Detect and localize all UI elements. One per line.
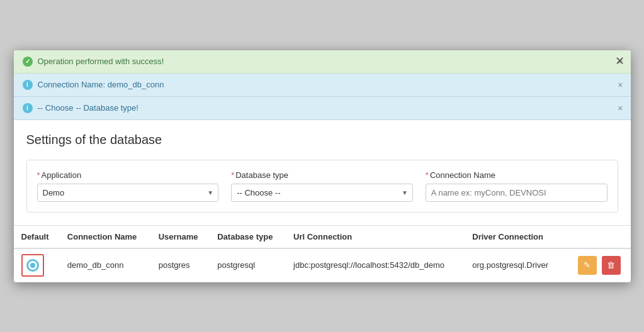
connections-table: Default Connection Name Username Databas… (14, 225, 631, 282)
modal-body: Settings of the database *Application De… (14, 120, 631, 282)
database-type-select-wrapper: -- Choose -- ▼ (231, 184, 413, 202)
database-type-label: *Database type (231, 170, 413, 180)
database-type-select[interactable]: -- Choose -- (231, 184, 413, 202)
alert-info-1-close[interactable]: × (618, 80, 623, 90)
alert-info-2: i -- Choose -- Database type! × (14, 97, 631, 120)
info-icon-2: i (23, 103, 33, 113)
alert-info-1-message: Connection Name: demo_db_conn (38, 80, 164, 89)
connection-name-cell: demo_db_conn (60, 248, 151, 282)
connection-name-input[interactable] (426, 184, 607, 202)
database-type-cell: postgresql (210, 248, 286, 282)
col-driver-connection: Driver Connection (465, 225, 563, 248)
username-cell: postgres (151, 248, 210, 282)
col-default: Default (14, 225, 60, 248)
table-row: demo_db_conn postgres postgresql jdbc:po… (14, 248, 631, 282)
url-connection-cell: jdbc:postgresql://localhost:5432/db_demo (286, 248, 465, 282)
application-label: *Application (37, 170, 219, 180)
alert-success-message: Operation performed with success! (38, 57, 164, 66)
database-type-required-star: * (231, 170, 234, 180)
col-url-connection: Url Connection (286, 225, 465, 248)
connection-name-label: *Connection Name (426, 170, 607, 180)
modal-close-button[interactable]: ✕ (615, 55, 624, 67)
radio-inner (30, 263, 35, 268)
edit-button[interactable]: ✎ (578, 256, 597, 275)
col-database-type: Database type (210, 225, 286, 248)
alert-info-2-message: -- Choose -- Database type! (38, 103, 138, 113)
application-select[interactable]: Demo (37, 184, 219, 202)
table-container: Default Connection Name Username Databas… (14, 225, 631, 282)
col-connection-name: Connection Name (60, 225, 151, 248)
default-radio-border (21, 254, 44, 277)
connection-name-required-star: * (426, 170, 429, 180)
form-panel: *Application Demo ▼ *Database type (26, 160, 618, 213)
settings-modal: ✕ ✓ Operation performed with success! × … (14, 50, 631, 282)
form-row: *Application Demo ▼ *Database type (37, 170, 607, 202)
application-required-star: * (37, 170, 40, 180)
delete-button[interactable]: 🗑 (602, 256, 621, 275)
info-icon-1: i (23, 80, 33, 90)
col-username: Username (151, 225, 210, 248)
table-header-row: Default Connection Name Username Databas… (14, 225, 631, 248)
connection-name-group: *Connection Name (426, 170, 607, 202)
driver-connection-cell: org.postgresql.Driver (465, 248, 563, 282)
database-type-group: *Database type -- Choose -- ▼ (231, 170, 413, 202)
alert-info-1: i Connection Name: demo_db_conn × (14, 74, 631, 97)
alert-success: ✓ Operation performed with success! × (14, 50, 631, 74)
section-title: Settings of the database (26, 133, 618, 147)
application-select-wrapper: Demo ▼ (37, 184, 219, 202)
col-actions (563, 225, 630, 248)
success-icon: ✓ (23, 57, 33, 67)
application-group: *Application Demo ▼ (37, 170, 219, 202)
default-cell (14, 248, 60, 282)
action-cell: ✎ 🗑 (563, 248, 630, 282)
default-radio-button[interactable] (26, 259, 39, 272)
alert-info-2-close[interactable]: × (618, 103, 623, 113)
